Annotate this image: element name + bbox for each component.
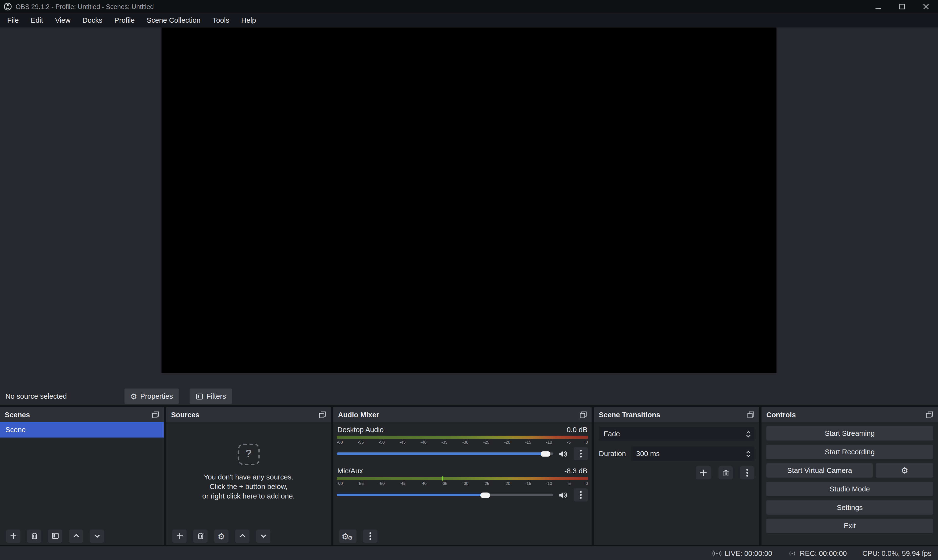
volume-slider[interactable] bbox=[337, 494, 553, 496]
audio-mixer-panel-title: Audio Mixer bbox=[338, 411, 379, 419]
add-transition-button[interactable] bbox=[696, 466, 711, 480]
volume-slider-fill bbox=[337, 452, 547, 455]
tick-label: 0 bbox=[586, 480, 588, 486]
tick-label: -40 bbox=[421, 439, 427, 445]
add-scene-button[interactable] bbox=[6, 529, 20, 542]
channel-name: Mic/Aux bbox=[338, 467, 363, 475]
menu-edit[interactable]: Edit bbox=[25, 13, 49, 28]
live-time-label: LIVE: 00:00:00 bbox=[725, 549, 773, 557]
window-controls bbox=[866, 0, 938, 13]
preview-canvas[interactable] bbox=[161, 28, 776, 373]
meter-tick-labels: -60-55-50-45-40-35-30-25-20-15-10-50 bbox=[337, 439, 588, 445]
move-source-down-button[interactable] bbox=[256, 529, 270, 542]
combo-arrows-icon[interactable] bbox=[744, 431, 753, 437]
controls-panel-header[interactable]: Controls bbox=[761, 407, 938, 422]
sources-empty-line: You don't have any sources. bbox=[202, 472, 295, 482]
source-properties-button[interactable]: ⚙ bbox=[214, 529, 228, 542]
meter-tick-labels: -60-55-50-45-40-35-30-25-20-15-10-50 bbox=[337, 480, 588, 486]
move-scene-up-button[interactable] bbox=[69, 529, 83, 542]
close-button[interactable] bbox=[914, 0, 938, 13]
mixer-toolbar: ⚙⚙ bbox=[333, 526, 591, 545]
menu-profile[interactable]: Profile bbox=[108, 13, 141, 28]
exit-button[interactable]: Exit bbox=[766, 519, 933, 533]
remove-source-button[interactable] bbox=[193, 529, 208, 542]
duration-spinbox[interactable]: 300 ms bbox=[631, 446, 754, 461]
mixer-options-button[interactable] bbox=[363, 529, 377, 542]
cpu-status: CPU: 0.0%, 59.94 fps bbox=[862, 549, 932, 557]
remove-scene-button[interactable] bbox=[27, 529, 41, 542]
scene-transitions-panel: Scene Transitions Fade Duration bbox=[594, 407, 759, 545]
move-scene-down-button[interactable] bbox=[89, 529, 104, 542]
scene-filters-button[interactable] bbox=[48, 529, 62, 542]
filters-button[interactable]: Filters bbox=[190, 388, 232, 404]
settings-button[interactable]: Settings bbox=[766, 500, 933, 515]
maximize-button[interactable] bbox=[890, 0, 914, 13]
scenes-panel: Scenes Scene bbox=[0, 407, 164, 545]
scene-list[interactable]: Scene bbox=[0, 422, 164, 526]
volume-meter bbox=[337, 477, 588, 480]
titlebar[interactable]: OBS 29.1.2 - Profile: Untitled - Scenes:… bbox=[0, 0, 938, 13]
channel-name: Desktop Audio bbox=[338, 426, 384, 434]
controls-panel: Controls Start Streaming Start Recording… bbox=[761, 407, 938, 545]
start-recording-button[interactable]: Start Recording bbox=[766, 445, 933, 459]
mute-toggle-button[interactable] bbox=[559, 491, 568, 499]
move-source-up-button[interactable] bbox=[235, 529, 250, 542]
scene-transitions-panel-title: Scene Transitions bbox=[599, 411, 660, 419]
float-dock-button[interactable] bbox=[926, 411, 933, 418]
tick-label: -50 bbox=[379, 439, 385, 445]
app-scale-wrapper: OBS 29.1.2 - Profile: Untitled - Scenes:… bbox=[0, 0, 938, 560]
float-dock-button[interactable] bbox=[152, 411, 159, 418]
menu-scene-collection[interactable]: Scene Collection bbox=[141, 13, 207, 28]
volume-slider-handle[interactable] bbox=[541, 451, 551, 456]
tick-label: -10 bbox=[546, 480, 552, 486]
float-dock-button[interactable] bbox=[319, 411, 326, 418]
menu-file[interactable]: File bbox=[1, 13, 25, 28]
transition-options-button[interactable] bbox=[740, 466, 754, 480]
tick-label: -35 bbox=[441, 439, 447, 445]
channel-options-button[interactable] bbox=[574, 447, 588, 460]
minimize-button[interactable] bbox=[866, 0, 890, 13]
virtual-camera-settings-button[interactable]: ⚙ bbox=[876, 463, 933, 477]
sources-empty-area[interactable]: ? You don't have any sources. Click the … bbox=[166, 422, 331, 526]
scene-transitions-panel-header[interactable]: Scene Transitions bbox=[594, 407, 759, 422]
volume-slider-handle[interactable] bbox=[480, 492, 490, 497]
tick-label: -35 bbox=[441, 480, 447, 486]
sources-panel-title: Sources bbox=[171, 411, 199, 419]
advanced-audio-properties-button[interactable]: ⚙⚙ bbox=[339, 529, 356, 542]
menu-help[interactable]: Help bbox=[235, 13, 262, 28]
filters-button-label: Filters bbox=[206, 392, 226, 400]
channel-db-value: -8.3 dB bbox=[565, 467, 588, 475]
tick-label: 0 bbox=[586, 439, 588, 445]
remove-transition-button[interactable] bbox=[719, 466, 733, 480]
tick-label: -5 bbox=[567, 439, 571, 445]
channel-options-button[interactable] bbox=[574, 488, 588, 502]
scenes-panel-header[interactable]: Scenes bbox=[0, 407, 164, 422]
obs-logo-icon bbox=[4, 2, 12, 11]
start-streaming-button[interactable]: Start Streaming bbox=[766, 426, 933, 441]
scene-list-item[interactable]: Scene bbox=[0, 422, 164, 437]
controls-panel-title: Controls bbox=[766, 411, 796, 419]
float-dock-button[interactable] bbox=[580, 411, 587, 418]
spinbox-arrows[interactable] bbox=[744, 451, 753, 457]
menu-tools[interactable]: Tools bbox=[207, 13, 235, 28]
sources-panel-header[interactable]: Sources bbox=[166, 407, 331, 422]
sources-toolbar: ⚙ bbox=[166, 526, 331, 545]
sources-empty-line: Click the + button below, bbox=[202, 482, 295, 491]
menu-view[interactable]: View bbox=[49, 13, 76, 28]
rec-signal-icon bbox=[788, 549, 797, 557]
transition-select[interactable]: Fade bbox=[599, 427, 754, 441]
status-bar: LIVE: 00:00:00 REC: 00:00:00 CPU: 0.0%, … bbox=[0, 546, 938, 560]
gear-icon: ⚙ bbox=[130, 392, 137, 400]
add-source-button[interactable] bbox=[172, 529, 187, 542]
cpu-fps-label: CPU: 0.0%, 59.94 fps bbox=[862, 549, 932, 557]
float-dock-button[interactable] bbox=[747, 411, 754, 418]
menu-docks[interactable]: Docks bbox=[76, 13, 108, 28]
obs-window: OBS 29.1.2 - Profile: Untitled - Scenes:… bbox=[0, 0, 938, 560]
rec-time-label: REC: 00:00:00 bbox=[800, 549, 847, 557]
volume-slider[interactable] bbox=[337, 452, 553, 455]
start-virtual-camera-button[interactable]: Start Virtual Camera bbox=[766, 463, 873, 477]
audio-mixer-panel-header[interactable]: Audio Mixer bbox=[333, 407, 591, 422]
mute-toggle-button[interactable] bbox=[559, 450, 568, 457]
studio-mode-button[interactable]: Studio Mode bbox=[766, 482, 933, 496]
properties-button[interactable]: ⚙ Properties bbox=[124, 388, 179, 404]
